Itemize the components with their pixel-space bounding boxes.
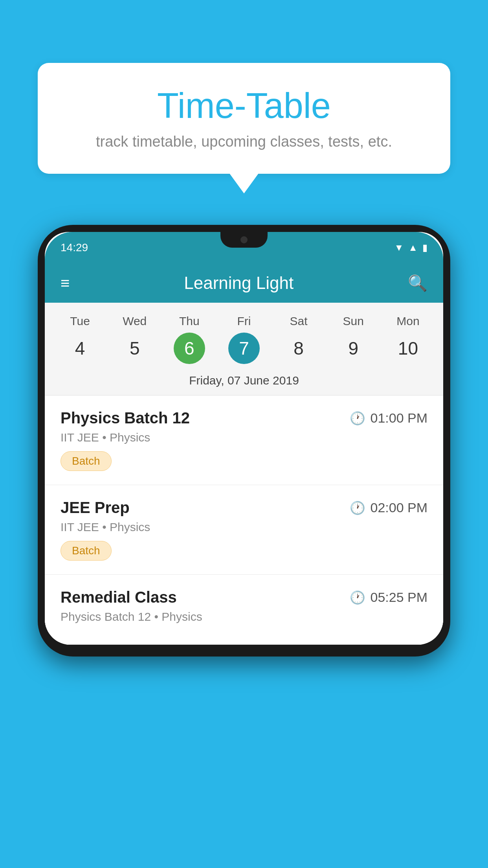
day-col-thu[interactable]: Thu6 bbox=[164, 314, 215, 364]
wifi-icon: ▼ bbox=[394, 242, 404, 253]
days-row: Tue4Wed5Thu6Fri7Sat8Sun9Mon10 bbox=[45, 311, 443, 368]
batch-badge: Batch bbox=[61, 541, 112, 561]
selected-date-label: Friday, 07 June 2019 bbox=[45, 368, 443, 395]
schedule-item[interactable]: Remedial Class🕐05:25 PMPhysics Batch 12 … bbox=[45, 575, 443, 645]
schedule-item-time: 🕐02:00 PM bbox=[350, 500, 427, 515]
schedule-item-header: Remedial Class🕐05:25 PM bbox=[61, 588, 427, 606]
day-name: Tue bbox=[70, 314, 90, 328]
bubble-subtitle: track timetable, upcoming classes, tests… bbox=[69, 133, 419, 150]
app-header: ≡ Learning Light 🔍 bbox=[45, 263, 443, 303]
day-number[interactable]: 5 bbox=[119, 333, 150, 364]
search-icon[interactable]: 🔍 bbox=[408, 274, 427, 292]
schedule-list: Physics Batch 12🕐01:00 PMIIT JEE • Physi… bbox=[45, 395, 443, 645]
day-col-fri[interactable]: Fri7 bbox=[218, 314, 270, 364]
day-name: Sun bbox=[343, 314, 364, 328]
day-number[interactable]: 10 bbox=[392, 333, 424, 364]
signal-icon: ▲ bbox=[408, 242, 418, 253]
speech-bubble: Time-Table track timetable, upcoming cla… bbox=[38, 63, 450, 174]
day-name: Thu bbox=[179, 314, 200, 328]
notch bbox=[220, 232, 268, 248]
batch-badge: Batch bbox=[61, 451, 112, 471]
day-name: Mon bbox=[396, 314, 419, 328]
header-section: Time-Table track timetable, upcoming cla… bbox=[0, 0, 488, 174]
phone-frame: 14:29 ▼ ▲ ▮ ≡ Learning Light 🔍 bbox=[38, 225, 450, 657]
camera bbox=[240, 236, 248, 243]
day-col-wed[interactable]: Wed5 bbox=[109, 314, 160, 364]
day-col-sat[interactable]: Sat8 bbox=[273, 314, 324, 364]
hamburger-menu-icon[interactable]: ≡ bbox=[61, 275, 70, 291]
calendar-strip: Tue4Wed5Thu6Fri7Sat8Sun9Mon10 Friday, 07… bbox=[45, 303, 443, 395]
day-number[interactable]: 7 bbox=[228, 333, 260, 364]
schedule-item-title: JEE Prep bbox=[61, 499, 130, 517]
schedule-item-header: Physics Batch 12🕐01:00 PM bbox=[61, 409, 427, 427]
status-bar: 14:29 ▼ ▲ ▮ bbox=[45, 232, 443, 263]
day-number[interactable]: 9 bbox=[338, 333, 369, 364]
schedule-item-time: 🕐05:25 PM bbox=[350, 590, 427, 605]
schedule-item-subtitle: Physics Batch 12 • Physics bbox=[61, 610, 427, 623]
day-col-mon[interactable]: Mon10 bbox=[382, 314, 433, 364]
schedule-item[interactable]: JEE Prep🕐02:00 PMIIT JEE • PhysicsBatch bbox=[45, 485, 443, 575]
phone-screen: 14:29 ▼ ▲ ▮ ≡ Learning Light 🔍 bbox=[45, 232, 443, 645]
schedule-item[interactable]: Physics Batch 12🕐01:00 PMIIT JEE • Physi… bbox=[45, 395, 443, 485]
clock-icon: 🕐 bbox=[350, 411, 365, 426]
schedule-item-title: Remedial Class bbox=[61, 588, 177, 606]
schedule-item-subtitle: IIT JEE • Physics bbox=[61, 431, 427, 444]
status-icons: ▼ ▲ ▮ bbox=[394, 242, 427, 253]
day-number[interactable]: 6 bbox=[174, 333, 205, 364]
day-name: Fri bbox=[237, 314, 251, 328]
schedule-item-subtitle: IIT JEE • Physics bbox=[61, 520, 427, 534]
day-name: Sat bbox=[290, 314, 308, 328]
day-number[interactable]: 4 bbox=[64, 333, 96, 364]
day-col-tue[interactable]: Tue4 bbox=[55, 314, 106, 364]
clock-icon: 🕐 bbox=[350, 590, 365, 605]
day-col-sun[interactable]: Sun9 bbox=[328, 314, 379, 364]
app-title: Learning Light bbox=[184, 273, 294, 293]
phone-mockup: 14:29 ▼ ▲ ▮ ≡ Learning Light 🔍 bbox=[38, 225, 450, 657]
day-number[interactable]: 8 bbox=[283, 333, 314, 364]
bubble-title: Time-Table bbox=[69, 86, 419, 125]
battery-icon: ▮ bbox=[422, 242, 427, 253]
clock-icon: 🕐 bbox=[350, 500, 365, 515]
schedule-item-header: JEE Prep🕐02:00 PM bbox=[61, 499, 427, 517]
status-time: 14:29 bbox=[61, 241, 88, 254]
day-name: Wed bbox=[123, 314, 147, 328]
schedule-item-time: 🕐01:00 PM bbox=[350, 410, 427, 426]
schedule-item-title: Physics Batch 12 bbox=[61, 409, 190, 427]
